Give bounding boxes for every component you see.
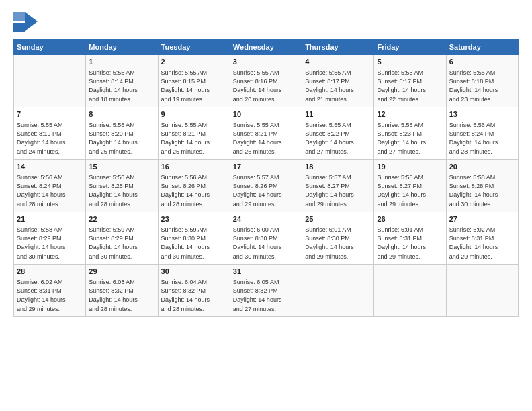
calendar-cell: 18Sunrise: 5:57 AM Sunset: 8:27 PM Dayli… <box>302 160 374 212</box>
calendar-cell: 21Sunrise: 5:58 AM Sunset: 8:29 PM Dayli… <box>14 212 86 265</box>
day-number: 15 <box>89 162 154 172</box>
calendar-cell: 14Sunrise: 5:56 AM Sunset: 8:24 PM Dayli… <box>14 160 86 212</box>
calendar-cell: 23Sunrise: 5:59 AM Sunset: 8:30 PM Dayli… <box>158 212 230 265</box>
calendar-cell: 6Sunrise: 5:55 AM Sunset: 8:18 PM Daylig… <box>446 55 518 107</box>
day-number: 9 <box>161 109 227 120</box>
week-row-3: 14Sunrise: 5:56 AM Sunset: 8:24 PM Dayli… <box>14 160 519 212</box>
day-number: 12 <box>377 109 443 120</box>
calendar-cell: 24Sunrise: 6:00 AM Sunset: 8:30 PM Dayli… <box>230 212 302 265</box>
day-number: 8 <box>89 109 154 120</box>
header-cell-wednesday: Wednesday <box>230 40 302 55</box>
cell-info: Sunrise: 5:55 AM Sunset: 8:21 PM Dayligh… <box>161 121 227 156</box>
cell-info: Sunrise: 5:59 AM Sunset: 8:29 PM Dayligh… <box>89 226 154 261</box>
day-number: 3 <box>233 57 299 67</box>
day-number: 16 <box>161 162 227 172</box>
day-number: 27 <box>449 214 515 224</box>
day-number: 25 <box>305 214 371 224</box>
cell-info: Sunrise: 5:55 AM Sunset: 8:21 PM Dayligh… <box>233 121 299 156</box>
calendar-cell: 28Sunrise: 6:02 AM Sunset: 8:31 PM Dayli… <box>14 265 86 317</box>
cell-info: Sunrise: 6:05 AM Sunset: 8:32 PM Dayligh… <box>233 278 299 313</box>
calendar-cell <box>446 265 518 317</box>
day-number: 14 <box>17 162 83 172</box>
day-number: 20 <box>449 162 515 172</box>
cell-info: Sunrise: 6:04 AM Sunset: 8:32 PM Dayligh… <box>161 278 227 313</box>
header-cell-monday: Monday <box>86 40 158 55</box>
logo <box>13 12 40 34</box>
day-number: 7 <box>17 109 83 120</box>
calendar-cell: 15Sunrise: 5:56 AM Sunset: 8:25 PM Dayli… <box>86 160 158 212</box>
header-row: SundayMondayTuesdayWednesdayThursdayFrid… <box>14 40 519 55</box>
cell-info: Sunrise: 5:55 AM Sunset: 8:19 PM Dayligh… <box>17 121 83 156</box>
calendar-cell: 16Sunrise: 5:56 AM Sunset: 8:26 PM Dayli… <box>158 160 230 212</box>
cell-info: Sunrise: 5:55 AM Sunset: 8:16 PM Dayligh… <box>233 68 299 103</box>
day-number: 30 <box>161 267 227 277</box>
cell-info: Sunrise: 6:02 AM Sunset: 8:31 PM Dayligh… <box>449 226 515 261</box>
day-number: 23 <box>161 214 227 224</box>
calendar-cell: 12Sunrise: 5:55 AM Sunset: 8:23 PM Dayli… <box>374 107 446 160</box>
day-number: 26 <box>377 214 443 224</box>
calendar-cell: 3Sunrise: 5:55 AM Sunset: 8:16 PM Daylig… <box>230 55 302 107</box>
cell-info: Sunrise: 5:56 AM Sunset: 8:26 PM Dayligh… <box>161 173 227 208</box>
week-row-5: 28Sunrise: 6:02 AM Sunset: 8:31 PM Dayli… <box>14 265 519 317</box>
day-number: 19 <box>377 162 443 172</box>
cell-info: Sunrise: 5:55 AM Sunset: 8:17 PM Dayligh… <box>305 68 371 103</box>
cell-info: Sunrise: 6:03 AM Sunset: 8:32 PM Dayligh… <box>89 278 154 313</box>
calendar-cell: 22Sunrise: 5:59 AM Sunset: 8:29 PM Dayli… <box>86 212 158 265</box>
calendar-cell: 31Sunrise: 6:05 AM Sunset: 8:32 PM Dayli… <box>230 265 302 317</box>
calendar-table: SundayMondayTuesdayWednesdayThursdayFrid… <box>13 39 519 317</box>
svg-rect-1 <box>13 23 25 32</box>
cell-info: Sunrise: 5:58 AM Sunset: 8:29 PM Dayligh… <box>17 226 83 261</box>
cell-info: Sunrise: 5:58 AM Sunset: 8:27 PM Dayligh… <box>377 173 443 208</box>
page: SundayMondayTuesdayWednesdayThursdayFrid… <box>0 0 532 411</box>
svg-marker-2 <box>25 12 38 31</box>
day-number: 4 <box>305 57 371 67</box>
calendar-cell: 19Sunrise: 5:58 AM Sunset: 8:27 PM Dayli… <box>374 160 446 212</box>
cell-info: Sunrise: 5:56 AM Sunset: 8:24 PM Dayligh… <box>449 121 515 156</box>
week-row-2: 7Sunrise: 5:55 AM Sunset: 8:19 PM Daylig… <box>14 107 519 160</box>
header-cell-friday: Friday <box>374 40 446 55</box>
cell-info: Sunrise: 5:56 AM Sunset: 8:25 PM Dayligh… <box>89 173 154 208</box>
calendar-cell: 30Sunrise: 6:04 AM Sunset: 8:32 PM Dayli… <box>158 265 230 317</box>
calendar-cell: 27Sunrise: 6:02 AM Sunset: 8:31 PM Dayli… <box>446 212 518 265</box>
calendar-cell <box>302 265 374 317</box>
cell-info: Sunrise: 5:57 AM Sunset: 8:26 PM Dayligh… <box>233 173 299 208</box>
cell-info: Sunrise: 5:58 AM Sunset: 8:28 PM Dayligh… <box>449 173 515 208</box>
day-number: 31 <box>233 267 299 277</box>
calendar-cell <box>14 55 86 107</box>
cell-info: Sunrise: 6:01 AM Sunset: 8:31 PM Dayligh… <box>377 226 443 261</box>
day-number: 10 <box>233 109 299 120</box>
svg-rect-3 <box>13 12 25 21</box>
day-number: 22 <box>89 214 154 224</box>
calendar-cell: 25Sunrise: 6:01 AM Sunset: 8:30 PM Dayli… <box>302 212 374 265</box>
calendar-cell: 17Sunrise: 5:57 AM Sunset: 8:26 PM Dayli… <box>230 160 302 212</box>
calendar-cell: 4Sunrise: 5:55 AM Sunset: 8:17 PM Daylig… <box>302 55 374 107</box>
day-number: 24 <box>233 214 299 224</box>
cell-info: Sunrise: 5:55 AM Sunset: 8:18 PM Dayligh… <box>449 68 515 103</box>
day-number: 11 <box>305 109 371 120</box>
calendar-cell: 13Sunrise: 5:56 AM Sunset: 8:24 PM Dayli… <box>446 107 518 160</box>
header-cell-sunday: Sunday <box>14 40 86 55</box>
calendar-cell: 11Sunrise: 5:55 AM Sunset: 8:22 PM Dayli… <box>302 107 374 160</box>
calendar-cell: 2Sunrise: 5:55 AM Sunset: 8:15 PM Daylig… <box>158 55 230 107</box>
calendar-cell: 7Sunrise: 5:55 AM Sunset: 8:19 PM Daylig… <box>14 107 86 160</box>
cell-info: Sunrise: 5:55 AM Sunset: 8:14 PM Dayligh… <box>89 68 154 103</box>
calendar-cell: 29Sunrise: 6:03 AM Sunset: 8:32 PM Dayli… <box>86 265 158 317</box>
day-number: 13 <box>449 109 515 120</box>
cell-info: Sunrise: 5:55 AM Sunset: 8:17 PM Dayligh… <box>377 68 443 103</box>
day-number: 29 <box>89 267 154 277</box>
cell-info: Sunrise: 5:57 AM Sunset: 8:27 PM Dayligh… <box>305 173 371 208</box>
day-number: 2 <box>161 57 227 67</box>
calendar-cell: 10Sunrise: 5:55 AM Sunset: 8:21 PM Dayli… <box>230 107 302 160</box>
cell-info: Sunrise: 5:59 AM Sunset: 8:30 PM Dayligh… <box>161 226 227 261</box>
cell-info: Sunrise: 6:02 AM Sunset: 8:31 PM Dayligh… <box>17 278 83 313</box>
day-number: 1 <box>89 57 154 67</box>
cell-info: Sunrise: 5:55 AM Sunset: 8:20 PM Dayligh… <box>89 121 154 156</box>
calendar-cell: 9Sunrise: 5:55 AM Sunset: 8:21 PM Daylig… <box>158 107 230 160</box>
header <box>13 12 519 34</box>
day-number: 6 <box>449 57 515 67</box>
day-number: 5 <box>377 57 443 67</box>
calendar-cell: 5Sunrise: 5:55 AM Sunset: 8:17 PM Daylig… <box>374 55 446 107</box>
cell-info: Sunrise: 5:55 AM Sunset: 8:15 PM Dayligh… <box>161 68 227 103</box>
cell-info: Sunrise: 5:55 AM Sunset: 8:23 PM Dayligh… <box>377 121 443 156</box>
day-number: 28 <box>17 267 83 277</box>
